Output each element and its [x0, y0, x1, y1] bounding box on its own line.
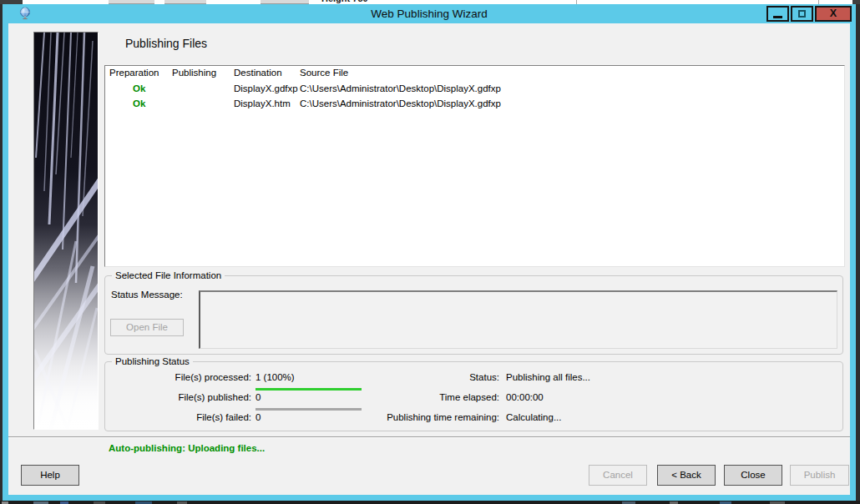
- close-icon: X: [830, 8, 837, 20]
- column-header-source-file[interactable]: Source File: [300, 68, 348, 78]
- open-file-button[interactable]: Open File: [110, 319, 184, 336]
- publishing-status-group: Publishing Status File(s) processed: 1 (…: [104, 361, 843, 431]
- time-remaining-label: Publishing time remaining:: [339, 412, 499, 422]
- table-row[interactable]: Ok DisplayX.htm C:\Users\Administrator\D…: [105, 95, 844, 110]
- page-title: Publishing Files: [125, 37, 207, 50]
- source-file: C:\Users\Administrator\Desktop\DisplayX.…: [300, 98, 501, 109]
- published-progress-bar: [255, 408, 362, 411]
- minimize-button[interactable]: [766, 6, 789, 22]
- group-legend: Selected File Information: [112, 270, 225, 281]
- maximize-icon: [798, 10, 806, 18]
- processed-progress-fill: [255, 388, 362, 391]
- files-published-label: File(s) published:: [114, 392, 251, 402]
- status-value: Publishing all files...: [506, 372, 590, 382]
- group-legend: Publishing Status: [112, 356, 193, 367]
- status-message-label: Status Message:: [111, 290, 183, 300]
- files-failed-value: 0: [255, 412, 261, 422]
- files-processed-value: 1 (100%): [255, 372, 295, 382]
- column-header-destination-file[interactable]: Destination File: [234, 68, 286, 80]
- time-elapsed-label: Time elapsed:: [339, 392, 499, 402]
- processed-progress-bar: [255, 388, 362, 391]
- file-list-header: Preparation Publishing Destination File …: [105, 66, 844, 80]
- web-publishing-wizard-window: Web Publishing Wizard X: [3, 4, 856, 501]
- destination-file: DisplayX.gdfxp: [234, 83, 298, 94]
- destination-file: DisplayX.htm: [234, 98, 291, 109]
- back-button[interactable]: < Back: [657, 465, 716, 486]
- window-title: Web Publishing Wizard: [3, 4, 856, 23]
- wizard-watermark-image: [33, 32, 99, 430]
- status-message-box: [199, 290, 837, 349]
- source-file: C:\Users\Administrator\Desktop\DisplayX.…: [300, 83, 501, 94]
- time-remaining-value: Calculating...: [506, 412, 561, 422]
- dialog-body: Publishing Files Preparation Publishing …: [8, 23, 850, 495]
- time-elapsed-value: 00:00:00: [506, 392, 544, 402]
- files-failed-label: File(s) failed:: [114, 412, 251, 422]
- file-list[interactable]: Preparation Publishing Destination File …: [104, 65, 845, 267]
- close-button[interactable]: Close: [724, 465, 782, 486]
- publish-button[interactable]: Publish: [790, 465, 849, 486]
- footer-separator: [8, 436, 850, 438]
- minimize-icon: [773, 16, 782, 18]
- status-label: Status:: [339, 372, 499, 382]
- files-published-value: 0: [255, 392, 261, 402]
- background-taskbar-sliver: [0, 501, 860, 504]
- cancel-button[interactable]: Cancel: [589, 465, 647, 486]
- selected-file-information-group: Selected File Information Status Message…: [104, 275, 843, 355]
- preparation-status: Ok: [133, 83, 145, 94]
- table-row[interactable]: Ok DisplayX.gdfxp C:\Users\Administrator…: [105, 80, 844, 95]
- column-header-preparation[interactable]: Preparation: [109, 68, 159, 78]
- titlebar[interactable]: Web Publishing Wizard X: [3, 4, 856, 23]
- auto-publishing-status: Auto-publishing: Uploading files...: [109, 443, 265, 453]
- files-processed-label: File(s) processed:: [114, 372, 251, 382]
- close-window-button[interactable]: X: [815, 6, 852, 22]
- preparation-status: Ok: [133, 98, 145, 109]
- help-button[interactable]: Help: [21, 465, 79, 486]
- column-header-publishing[interactable]: Publishing: [172, 68, 216, 78]
- maximize-button[interactable]: [791, 6, 813, 22]
